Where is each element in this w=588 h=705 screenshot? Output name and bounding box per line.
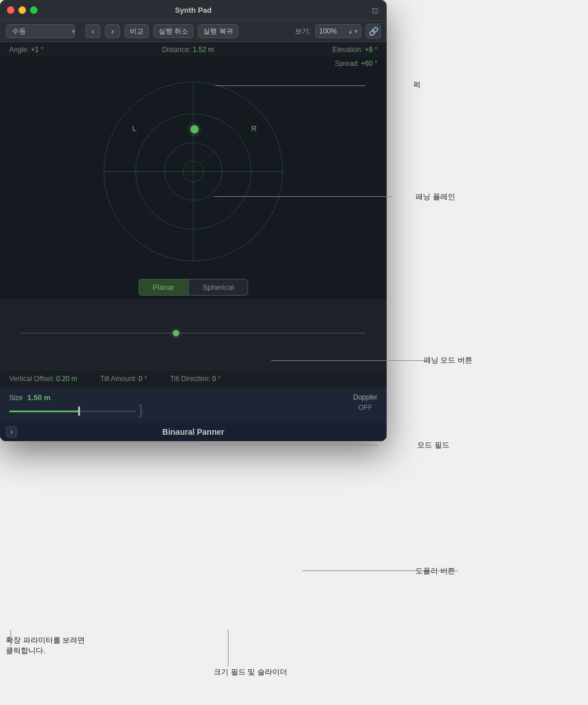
planar-mode-button[interactable]: Planar — [138, 279, 189, 296]
size-slider-fill — [9, 411, 79, 412]
spread-label: Spread: — [335, 59, 359, 68]
mode-field-callout: 모드 필드 — [417, 440, 450, 450]
doppler-line — [302, 570, 458, 571]
compare-button[interactable]: 비교 — [125, 24, 149, 38]
puck-callout: 퍽 — [413, 80, 421, 90]
angle-value: +1 ° — [31, 46, 43, 54]
undo-button[interactable]: 실행 취소 — [153, 24, 193, 38]
size-label: Size — [9, 394, 23, 402]
mode-field-section — [0, 300, 387, 370]
distance-label: Distance: 1.52 m — [43, 46, 332, 54]
right-label: R — [252, 124, 257, 133]
close-button[interactable] — [7, 6, 14, 14]
traffic-lights — [7, 6, 38, 14]
radar-svg — [95, 73, 291, 270]
mode-select-wrapper: 수동 ▼ — [6, 24, 81, 38]
puck-callout-line — [215, 85, 365, 86]
left-label: L — [132, 124, 137, 133]
mode-field-slider-track[interactable] — [21, 333, 366, 334]
mode-field-slider-area — [9, 333, 377, 334]
redo-button[interactable]: 실행 복귀 — [198, 24, 238, 38]
puck[interactable] — [190, 125, 199, 133]
size-left: Size 1.50 m } — [9, 393, 336, 417]
toolbar: 수동 ▼ ‹ › 비교 실행 취소 실행 복귀 보기: 100% ▲▼ 🔗 — [0, 21, 387, 42]
stats-row: Angle: +1 ° Distance: 1.52 m Elevation: … — [0, 42, 387, 57]
tilt-amount-value: 0 ° — [138, 375, 147, 383]
back-button[interactable]: ‹ — [85, 24, 100, 38]
link-button[interactable]: 🔗 — [366, 24, 381, 39]
size-value: 1.50 m — [27, 393, 50, 402]
elevation-label: Elevation: +8 ° — [332, 46, 377, 54]
panning-mode-callout: 패닝 모드 버튼 — [424, 355, 473, 365]
plugin-window: Synth Pad ⊡ 수동 ▼ ‹ › 비교 실행 취소 실행 복귀 보기: … — [0, 0, 387, 441]
spherical-mode-button[interactable]: Spherical — [188, 279, 248, 296]
zoom-select-wrapper: 100% ▲▼ — [315, 24, 361, 38]
view-label: 보기: — [295, 27, 310, 36]
size-slider-area: } — [9, 405, 336, 417]
window-title: Synth Pad — [175, 6, 212, 14]
expand-button[interactable]: › — [6, 426, 17, 438]
title-bar: Synth Pad ⊡ — [0, 0, 387, 21]
doppler-button[interactable]: OFF — [358, 404, 372, 412]
size-slider-track[interactable] — [9, 411, 136, 412]
zoom-select[interactable]: 100% — [315, 24, 361, 38]
doppler-label: Doppler — [353, 393, 377, 401]
distance-value: 1.52 m — [193, 46, 214, 54]
minimize-button[interactable] — [18, 6, 26, 14]
mode-field-line — [199, 445, 378, 445]
panning-plane-line — [214, 196, 392, 197]
tilt-amount-param: Tilt Amount: 0 ° — [100, 375, 147, 383]
doppler-section: Doppler OFF — [336, 393, 377, 412]
elevation-value: +8 ° — [365, 46, 377, 54]
expand-callout-vline — [10, 629, 11, 647]
plugin-title-bar: › Binaural Panner — [0, 423, 387, 441]
vertical-offset-value: 0.20 m — [56, 375, 77, 383]
mode-field-slider-thumb[interactable] — [173, 330, 179, 337]
doppler-callout: 도플러 버튼 — [415, 566, 455, 576]
size-top-row: Size 1.50 m — [9, 393, 336, 402]
params-row: Vertical Offset: 0.20 m Tilt Amount: 0 °… — [0, 370, 387, 387]
plugin-title: Binaural Panner — [162, 427, 224, 437]
size-slider-thumb[interactable] — [78, 406, 80, 416]
panning-mode-line — [271, 360, 427, 361]
mode-buttons: Planar Spherical — [138, 279, 249, 296]
spread-value: +60 ° — [359, 59, 377, 68]
panning-area[interactable]: Spread: +60 ° — [0, 57, 387, 300]
vertical-offset-param: Vertical Offset: 0.20 m — [9, 375, 77, 383]
panning-pad[interactable]: L R — [95, 73, 291, 270]
panning-plane-callout: 패닝 플레인 — [415, 192, 455, 202]
window-icon: ⊡ — [372, 6, 379, 15]
expand-callout: 확장 파라미터를 보려면 클릭합니다. — [6, 635, 85, 656]
size-field-vline — [228, 629, 229, 667]
maximize-button[interactable] — [30, 6, 38, 14]
size-field-callout: 크기 필드 및 슬라이더 — [214, 667, 287, 677]
forward-button[interactable]: › — [105, 24, 120, 38]
angle-label: Angle: +1 ° — [9, 46, 43, 54]
tilt-direction-value: 0 ° — [212, 375, 221, 383]
mode-select[interactable]: 수동 — [6, 24, 75, 38]
size-section: Size 1.50 m } Doppler OFF — [0, 387, 387, 423]
tilt-direction-param: Tilt Direction: 0 ° — [170, 375, 221, 383]
size-bracket: } — [138, 403, 143, 417]
plugin-title-bar-wrap: › Binaural Panner — [0, 423, 387, 441]
spread-row: Spread: +60 ° — [0, 59, 387, 68]
